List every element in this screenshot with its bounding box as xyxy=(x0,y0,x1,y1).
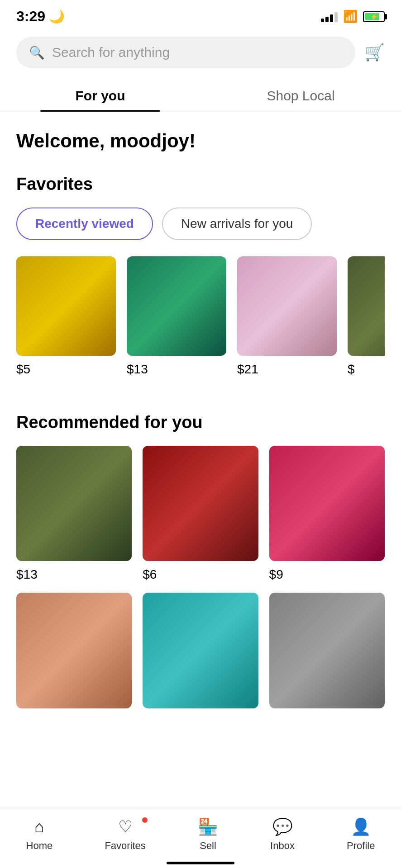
list-item[interactable]: $13 xyxy=(16,446,132,582)
product-image xyxy=(16,446,132,561)
status-time: 3:29 xyxy=(16,8,45,25)
cart-icon[interactable]: 🛒 xyxy=(364,43,385,62)
signal-icon xyxy=(321,11,338,22)
list-item[interactable]: $9 xyxy=(269,446,385,582)
product-image xyxy=(16,256,116,356)
wifi-icon: 📶 xyxy=(343,9,358,24)
nav-inbox-label: Inbox xyxy=(270,840,295,852)
search-icon: 🔍 xyxy=(29,45,45,60)
tabs-container: For you Shop Local xyxy=(0,77,401,112)
nav-favorites[interactable]: ♡ Favorites xyxy=(105,817,145,852)
list-item[interactable] xyxy=(143,593,258,708)
home-icon: ⌂ xyxy=(34,817,44,836)
nav-profile[interactable]: 👤 Profile xyxy=(347,817,375,852)
nav-home[interactable]: ⌂ Home xyxy=(26,817,53,852)
product-price: $9 xyxy=(269,567,385,582)
product-price: $5 xyxy=(16,362,116,377)
product-image xyxy=(348,256,385,356)
pill-recently-viewed[interactable]: Recently viewed xyxy=(16,208,153,240)
product-image xyxy=(269,593,385,708)
product-image xyxy=(16,593,132,708)
product-price: $6 xyxy=(143,567,258,582)
product-price: $13 xyxy=(16,567,132,582)
recommended-bottom-row xyxy=(0,593,401,708)
sell-icon: 🏪 xyxy=(198,817,218,836)
recommended-products-grid: $13 $6 $9 xyxy=(16,446,385,582)
product-image xyxy=(143,446,258,561)
main-content: Welcome, moodjoy! Favorites Recently vie… xyxy=(0,112,401,386)
search-container: 🔍 Search for anything 🛒 xyxy=(0,29,401,77)
favorites-title: Favorites xyxy=(16,175,385,194)
product-image xyxy=(269,446,385,561)
nav-favorites-label: Favorites xyxy=(105,840,145,852)
bottom-nav: ⌂ Home ♡ Favorites 🏪 Sell 💬 Inbox 👤 Prof… xyxy=(0,808,401,868)
moon-icon: 🌙 xyxy=(49,9,65,24)
inbox-icon: 💬 xyxy=(272,817,293,836)
list-item[interactable]: $21 xyxy=(237,256,337,377)
recommended-section: Recommended for you $13 $6 $9 xyxy=(0,395,401,582)
product-price: $21 xyxy=(237,362,337,377)
nav-sell[interactable]: 🏪 Sell xyxy=(198,817,218,852)
tab-for-you[interactable]: For you xyxy=(0,77,200,112)
battery-icon: ⚡ xyxy=(363,11,385,22)
home-indicator xyxy=(167,862,234,864)
search-bar[interactable]: 🔍 Search for anything xyxy=(16,37,355,68)
notification-badge xyxy=(141,816,148,824)
nav-profile-label: Profile xyxy=(347,840,375,852)
favorites-pills: Recently viewed New arrivals for you xyxy=(16,208,385,240)
pill-new-arrivals[interactable]: New arrivals for you xyxy=(162,208,312,240)
list-item[interactable]: $5 xyxy=(16,256,116,377)
product-image xyxy=(143,593,258,708)
list-item[interactable]: $ xyxy=(348,256,385,377)
list-item[interactable]: $6 xyxy=(143,446,258,582)
nav-inbox[interactable]: 💬 Inbox xyxy=(270,817,295,852)
product-image xyxy=(237,256,337,356)
nav-home-label: Home xyxy=(26,840,53,852)
product-image xyxy=(127,256,226,356)
list-item[interactable] xyxy=(269,593,385,708)
recommended-title: Recommended for you xyxy=(16,413,385,432)
nav-sell-label: Sell xyxy=(200,840,216,852)
product-price: $13 xyxy=(127,362,226,377)
status-icons: 📶 ⚡ xyxy=(321,9,385,24)
tab-shop-local[interactable]: Shop Local xyxy=(200,77,401,112)
status-bar: 3:29 🌙 📶 ⚡ xyxy=(0,0,401,29)
list-item[interactable] xyxy=(16,593,132,708)
favorites-icon: ♡ xyxy=(118,817,133,836)
list-item[interactable]: $13 xyxy=(127,256,226,377)
product-price: $ xyxy=(348,362,385,377)
favorites-products-scroll[interactable]: $5 $13 $21 $ xyxy=(16,256,385,386)
profile-icon: 👤 xyxy=(351,817,371,836)
welcome-greeting: Welcome, moodjoy! xyxy=(16,130,385,152)
search-placeholder: Search for anything xyxy=(52,45,170,60)
